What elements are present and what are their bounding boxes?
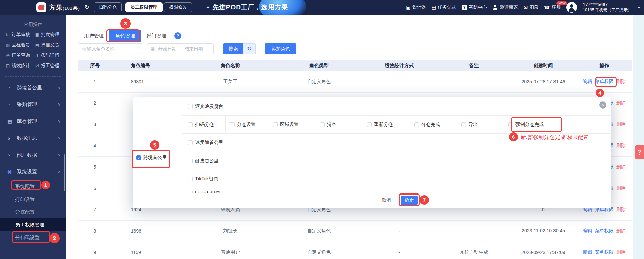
- submenu-system-config[interactable]: 系统配置: [0, 180, 66, 193]
- refresh-icon[interactable]: ↻: [85, 4, 89, 11]
- perm-checkbox-export[interactable]: 导出: [461, 122, 478, 128]
- add-role-button[interactable]: 添加角色: [265, 43, 296, 54]
- edit-link[interactable]: 编辑: [583, 228, 592, 234]
- col-actions: 操作: [576, 62, 632, 69]
- apple-icon: [38, 5, 44, 10]
- refresh-list-button[interactable]: ↻: [243, 43, 256, 54]
- quick-ops-grid: ☑订单审核 ▣批次管理 ▥品检验货 ▤扫描发货 ◎订单查询 ‖条码详情 ◫绩效统…: [0, 28, 66, 69]
- brand-logo[interactable]: [36, 2, 46, 12]
- delete-link[interactable]: 删除: [616, 207, 626, 213]
- sidebar-item-other-factory[interactable]: ◔他厂数据∨: [0, 146, 66, 163]
- sidebar-item-system-settings[interactable]: ◉系统设置∧: [0, 163, 66, 180]
- submenu-employee-permission[interactable]: 员工权限管理: [0, 218, 66, 231]
- user-caret-down-icon[interactable]: ▼: [637, 6, 641, 9]
- chevron-down-icon: ∨: [58, 119, 61, 124]
- sidebar: 常用操作 ☑订单审核 ▣批次管理 ▥品检验货 ▤扫描发货 ◎订单查询 ‖条码详情…: [0, 15, 66, 259]
- user-info: 177****5667 10195 手机壳（工厂演示）: [583, 2, 632, 13]
- permission-row: 速卖通发货台: [182, 97, 611, 116]
- delete-link[interactable]: 删除: [616, 185, 626, 191]
- quick-batch-manage[interactable]: ▣批次管理: [35, 32, 64, 38]
- perm-checkbox-lazada-pack[interactable]: Lazada组包: [188, 190, 220, 193]
- delete-link[interactable]: 删除: [616, 164, 626, 170]
- delete-link[interactable]: 删除: [616, 100, 626, 106]
- submenu-sorting-config[interactable]: 分拣配置: [0, 206, 66, 218]
- user-phone: 177****5667: [583, 2, 632, 8]
- sidebar-item-inventory[interactable]: ▦库存管理∨: [0, 113, 66, 130]
- perm-checkbox-region-setting[interactable]: 区域设置: [273, 122, 299, 128]
- tab-department-manage[interactable]: 部门管理: [141, 30, 172, 42]
- quick-scan-ship[interactable]: ▤扫描发货: [35, 42, 64, 48]
- task-record-menu-item[interactable]: ▤任务记录: [432, 4, 456, 10]
- nav-scan-warehouse-button[interactable]: 扫码分仓: [94, 2, 122, 12]
- sidebar-scrollbar[interactable]: [64, 154, 65, 191]
- delete-link[interactable]: 删除: [616, 228, 626, 234]
- delete-link[interactable]: 删除: [616, 79, 626, 85]
- designer-menu-item[interactable]: ▣设计器: [406, 4, 426, 10]
- search-button[interactable]: 搜索: [223, 43, 243, 54]
- submenu-print-settings[interactable]: 打印设置: [0, 193, 66, 206]
- table-row: 189301 王美工自定义角色 - 2025-07-28 17:31:46 编辑…: [78, 71, 632, 93]
- menu-permission-link[interactable]: 菜单权限: [595, 79, 614, 85]
- date-range-picker[interactable]: ▦ 开始日期 - 结束日期: [147, 43, 214, 54]
- nav-permission-edit-button[interactable]: 权限修改: [164, 2, 192, 12]
- perm-checkbox-clear[interactable]: 清空: [320, 122, 336, 128]
- tab-role-manage[interactable]: 角色管理: [109, 30, 141, 42]
- confirm-button[interactable]: 确定: [401, 196, 418, 205]
- cancel-button[interactable]: 取消: [378, 196, 395, 205]
- table-header-row: 序号 角色编号 角色名称 角色类型 绩效统计方式 备注 创建时间 操作: [78, 60, 632, 71]
- collapse-menu-icon[interactable]: ≡: [73, 4, 77, 11]
- start-date-placeholder: 开始日期: [158, 46, 176, 52]
- quick-quality-check[interactable]: ▥品检验货: [5, 42, 35, 48]
- role-name-input[interactable]: [78, 43, 143, 54]
- col-perf: 绩效统计方式: [360, 62, 438, 69]
- checkbox-checked-icon[interactable]: ✓: [136, 155, 141, 160]
- parent-menu-checkbox-crossborder[interactable]: ✓ 跨境首公里: [136, 155, 167, 161]
- delete-link[interactable]: 删除: [616, 249, 626, 255]
- quick-ops-title: 常用操作: [0, 21, 66, 28]
- perm-checkbox-aliexpress-firstmile[interactable]: 速卖通首公里: [188, 140, 223, 146]
- perm-checkbox-aliexpress-ship[interactable]: 速卖通发货台: [188, 103, 223, 110]
- perm-checkbox-scan-warehouse[interactable]: 扫码分仓: [188, 122, 214, 128]
- sidebar-item-data-summary[interactable]: ◕数据汇总∨: [0, 130, 66, 146]
- col-created: 创建时间: [510, 62, 577, 69]
- perm-checkbox-force-warehouse-complete[interactable]: 强制分仓完成: [508, 122, 544, 128]
- submenu-package-code[interactable]: 分包码设置: [0, 231, 66, 244]
- perm-checkbox-tiktok-pack[interactable]: TikTok组包: [188, 176, 218, 182]
- help-center-menu-item[interactable]: ?帮助中心: [462, 4, 487, 10]
- chevron-down-icon: ∨: [58, 153, 61, 157]
- edit-link[interactable]: 编辑: [583, 249, 592, 255]
- banner-slogan: ✦ 先进POD工厂，选用方果: [206, 0, 288, 15]
- perm-checkbox-warehouse-setting[interactable]: 分仓设置: [230, 122, 256, 128]
- perm-checkbox-shopee-firstmile[interactable]: 虾皮首公里: [188, 158, 219, 164]
- quick-performance-stats[interactable]: ◫绩效统计: [5, 63, 35, 69]
- search-toolbar: ▦ 开始日期 - 结束日期 搜索 ↻ 添加角色: [78, 43, 296, 54]
- nav-employee-permission-button[interactable]: 员工权限管理: [125, 2, 163, 12]
- quick-barcode-detail[interactable]: ‖条码详情: [35, 52, 64, 58]
- performance-icon: ◫: [5, 63, 10, 68]
- delete-link[interactable]: 删除: [616, 121, 626, 127]
- perm-checkbox-rewarehouse[interactable]: 重新分仓: [367, 122, 393, 128]
- col-code: 角色编号: [111, 62, 183, 69]
- right-scroll-strip: [633, 15, 644, 259]
- quick-order-review[interactable]: ☑订单审核: [5, 32, 35, 38]
- menu-permission-link[interactable]: 菜单权限: [595, 249, 614, 255]
- floating-help-tab[interactable]: ?: [635, 145, 644, 159]
- avatar[interactable]: [566, 2, 577, 13]
- message-menu-item[interactable]: ✉消息: [524, 4, 538, 10]
- quick-work-report[interactable]: ☑报工管理: [35, 63, 64, 69]
- edit-link[interactable]: 编辑: [583, 79, 592, 85]
- sidebar-item-crossborder[interactable]: ◔跨境首公里∨: [0, 79, 66, 96]
- sidebar-item-purchase[interactable]: ⌂采购管理∨: [0, 96, 66, 113]
- menu-permission-link[interactable]: 菜单权限: [595, 228, 614, 234]
- user-account: 10195 手机壳（工厂演示）: [583, 8, 632, 13]
- invite-merchant-menu-item[interactable]: 邀请商家: [493, 4, 518, 10]
- col-remark: 备注: [438, 62, 510, 69]
- menu-permission-dialog: ✕ ✓ 跨境首公里 速卖通发货台 扫码分仓 分仓设置 区域设置 清空 重新分仓 …: [133, 97, 611, 208]
- purchase-icon: ⌂: [7, 102, 15, 107]
- quick-order-query[interactable]: ◎订单查询: [5, 52, 35, 58]
- help-question-icon[interactable]: ?: [174, 32, 181, 39]
- tab-user-manage[interactable]: 用户管理: [78, 30, 110, 42]
- perm-checkbox-warehouse-complete[interactable]: 分仓完成: [414, 122, 440, 128]
- delete-link[interactable]: 删除: [616, 143, 626, 149]
- customer-service-menu-item[interactable]: ☎客服 NEW: [544, 4, 561, 10]
